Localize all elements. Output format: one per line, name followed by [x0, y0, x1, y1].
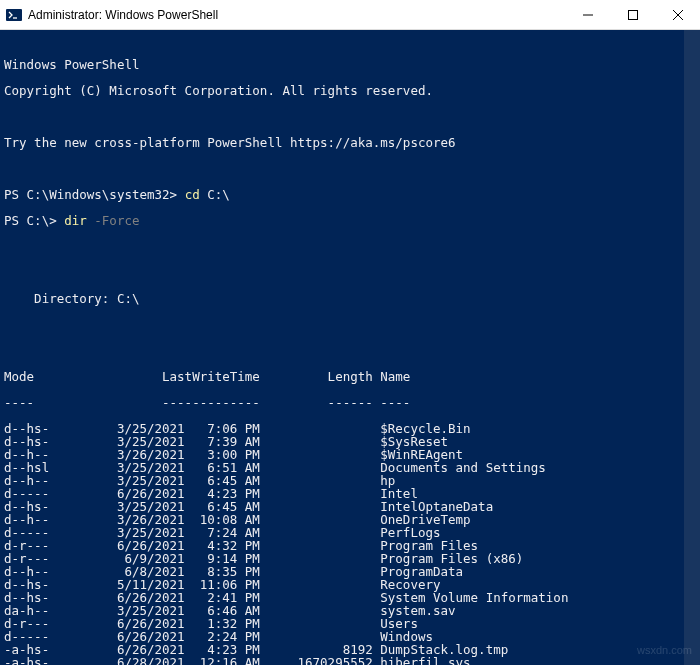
directory-label: Directory: C:\	[4, 292, 696, 305]
blank-line	[4, 344, 696, 357]
intro-line: Windows PowerShell	[4, 58, 696, 71]
intro-line: Copyright (C) Microsoft Corporation. All…	[4, 84, 696, 97]
blank-line	[4, 110, 696, 123]
window-title: Administrator: Windows PowerShell	[28, 8, 565, 22]
blank-line	[4, 162, 696, 175]
svg-rect-3	[628, 10, 637, 19]
blank-line	[4, 318, 696, 331]
table-row: -a-hs- 6/28/2021 12:16 AM 1670295552 hib…	[4, 656, 696, 665]
listing-rows: d--hs- 3/25/2021 7:06 PM $Recycle.Bind--…	[4, 422, 696, 665]
powershell-icon	[6, 7, 22, 23]
minimize-button[interactable]	[565, 0, 610, 30]
intro-line: Try the new cross-platform PowerShell ht…	[4, 136, 696, 149]
titlebar: Administrator: Windows PowerShell	[0, 0, 700, 30]
maximize-button[interactable]	[610, 0, 655, 30]
listing-header: Mode LastWriteTime Length Name	[4, 370, 696, 383]
blank-line	[4, 266, 696, 279]
listing-divider: ---- ------------- ------ ----	[4, 396, 696, 409]
svg-rect-0	[6, 9, 22, 21]
prompt-line: PS C:\Windows\system32> cd C:\	[4, 188, 696, 201]
close-button[interactable]	[655, 0, 700, 30]
watermark: wsxdn.com	[637, 644, 692, 657]
terminal[interactable]: Windows PowerShell Copyright (C) Microso…	[0, 30, 700, 665]
blank-line	[4, 240, 696, 253]
scrollbar[interactable]	[684, 30, 700, 665]
window-controls	[565, 0, 700, 30]
prompt-line: PS C:\> dir -Force	[4, 214, 696, 227]
